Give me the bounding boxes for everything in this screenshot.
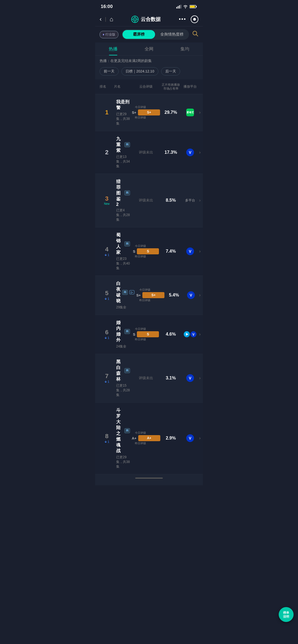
- show-sub: 29集全: [116, 305, 134, 310]
- rank-col: 5 1: [100, 290, 114, 300]
- rating-yesterday-label: 昨日评级: [135, 441, 146, 445]
- search-button[interactable]: [192, 31, 198, 38]
- rank-new-badge: New: [104, 202, 110, 205]
- svg-text:⚡: ⚡: [191, 6, 194, 8]
- back-button[interactable]: ‹: [100, 16, 102, 23]
- list-item[interactable]: 3 New 猎罪图鉴2 网 已更4集，共28集 评级未出 8.5% 多平台 ›: [95, 174, 203, 227]
- record-dot-icon: [193, 18, 196, 21]
- subtab-network[interactable]: 全网: [131, 42, 167, 55]
- rank-change: 1: [104, 336, 109, 339]
- tencent-platform-icon: V: [186, 247, 194, 255]
- header-rank: 排名: [100, 84, 114, 89]
- list-item[interactable]: 2 九重紫 网 已更13集，共34集 评级未出 17.3% V ›: [95, 131, 203, 174]
- list-item[interactable]: 1 我是刑警 已更29集，共38集 今日评级 S+ S+ 昨日评级 29.7% …: [95, 94, 203, 131]
- rating-grade: S: [133, 332, 135, 336]
- app-logo-icon: [131, 16, 139, 23]
- rank-number: 6: [105, 329, 108, 335]
- prev-day-button[interactable]: 前一天: [100, 67, 119, 76]
- list-item[interactable]: 5 1 白夜破晓 网▷ 29集全 今日评级 S+ S+ 昨日评级 5.4%: [95, 276, 203, 315]
- subtab-hotplay[interactable]: 热播: [95, 42, 131, 55]
- show-sub: 已更13集，共34集: [116, 155, 130, 169]
- market-share: 8.5%: [160, 198, 182, 203]
- svg-rect-0: [176, 7, 177, 9]
- show-sub: 已更29集，共38集: [116, 112, 130, 126]
- row-arrow-icon: ›: [199, 436, 201, 441]
- net-badge: 网: [124, 329, 130, 334]
- svg-rect-5: [196, 6, 197, 7]
- show-title: 蜀锦人家 网: [116, 232, 130, 255]
- platform-col: V: [182, 149, 198, 156]
- tencent-platform-icon: V: [186, 434, 194, 442]
- rating-grade: S+: [136, 293, 141, 297]
- rank-number: 3: [105, 196, 108, 202]
- net-badge: 网: [124, 190, 130, 195]
- rating-na: 评级未出: [139, 150, 153, 155]
- platform-col: V: [182, 247, 198, 255]
- rank-number: 8: [105, 433, 108, 439]
- svg-text:V: V: [189, 249, 191, 254]
- list-item[interactable]: 4 1 蜀锦人家 网 已更23集，共40集 今日评级 S S 昨日评级 7.4%: [95, 227, 203, 276]
- nav-left: ‹ | ⌂: [100, 16, 113, 23]
- net-badge: 网: [122, 290, 128, 295]
- status-bar: 16:00 ⚡: [95, 0, 203, 12]
- nav-right: •••: [179, 15, 198, 23]
- rank-number: 2: [105, 149, 108, 155]
- nav-title: 云合数据: [131, 16, 161, 23]
- platform-col: 多平台: [182, 198, 198, 203]
- rank-number: 4: [105, 246, 108, 252]
- signal-icon: [176, 5, 181, 9]
- row-arrow-icon: ›: [199, 249, 201, 254]
- svg-rect-3: [180, 5, 181, 9]
- rank-number: 7: [105, 373, 108, 379]
- record-button[interactable]: [191, 15, 198, 23]
- list-item[interactable]: 7 1 黑白森林 网 已更15集，共28集 评级未出 3.1% V ›: [95, 354, 203, 403]
- home-button[interactable]: ⌂: [110, 16, 113, 23]
- net-badge: 网: [124, 241, 130, 246]
- iqiyi-platform-icon: 爱奇艺: [186, 109, 194, 116]
- more-button[interactable]: •••: [179, 16, 186, 22]
- svg-text:V: V: [189, 150, 191, 155]
- industry-badge[interactable]: ♦ 行业版: [100, 31, 118, 38]
- app-title: 云合数据: [141, 16, 161, 23]
- show-sub: 已更23集，共40集: [116, 257, 130, 271]
- rating-today-label: 今日评级: [135, 244, 146, 248]
- rating-bar: S: [137, 248, 159, 254]
- row-arrow-icon: ›: [199, 150, 201, 155]
- rating-bar: S: [137, 331, 159, 337]
- market-share: 4.6%: [160, 332, 182, 337]
- rating-col: 今日评级 S+ S+ 昨日评级: [137, 288, 164, 302]
- market-share: 3.1%: [160, 376, 182, 381]
- show-title: 黑白森林 网: [116, 359, 130, 382]
- header-title: 片名: [114, 84, 132, 89]
- rating-today-label: 今日评级: [139, 288, 150, 292]
- rating-grade: S: [133, 249, 135, 254]
- rank-number: 1: [105, 109, 108, 115]
- rating-today-label: 今日评级: [135, 327, 146, 331]
- list-item[interactable]: 6 1 婚内婚外 网 24集全 今日评级 S S 昨日评级 4.6%: [95, 315, 203, 354]
- market-share: 7.4%: [160, 249, 182, 254]
- market-share: 29.7%: [160, 110, 182, 115]
- subtab-episode[interactable]: 集均: [167, 42, 203, 55]
- next-day-button[interactable]: 后一天: [161, 67, 180, 76]
- rank-change: 1: [104, 440, 109, 443]
- title-col: 蜀锦人家 网 已更23集，共40集: [114, 232, 132, 271]
- rank-change: 1: [104, 297, 109, 300]
- svg-text:V: V: [190, 293, 193, 297]
- rating-col: 评级未出: [132, 198, 160, 203]
- title-col: 九重紫 网 已更13集，共34集: [114, 136, 132, 169]
- special-badge: ▷: [129, 290, 134, 294]
- svg-text:V: V: [189, 376, 191, 380]
- row-arrow-icon: ›: [199, 110, 201, 115]
- wifi-icon: [183, 5, 188, 9]
- svg-line-16: [196, 35, 198, 36]
- svg-rect-2: [179, 5, 180, 9]
- svg-rect-1: [178, 6, 179, 9]
- tab-baping[interactable]: 霸屏榜: [123, 30, 155, 39]
- rank-col: 1: [100, 109, 114, 115]
- show-title: 白夜破晓 网▷: [116, 281, 134, 304]
- rank-col: 4 1: [100, 246, 114, 257]
- market-share: 17.3%: [160, 150, 182, 155]
- tab-yuqing[interactable]: 全舆情热度榜: [156, 30, 188, 39]
- list-item[interactable]: 8 1 斗罗大陆之燃魂战 网 已更29集，共38集 今日评级 A+ A+ 昨日评…: [95, 403, 203, 474]
- rating-na: 评级未出: [139, 376, 153, 381]
